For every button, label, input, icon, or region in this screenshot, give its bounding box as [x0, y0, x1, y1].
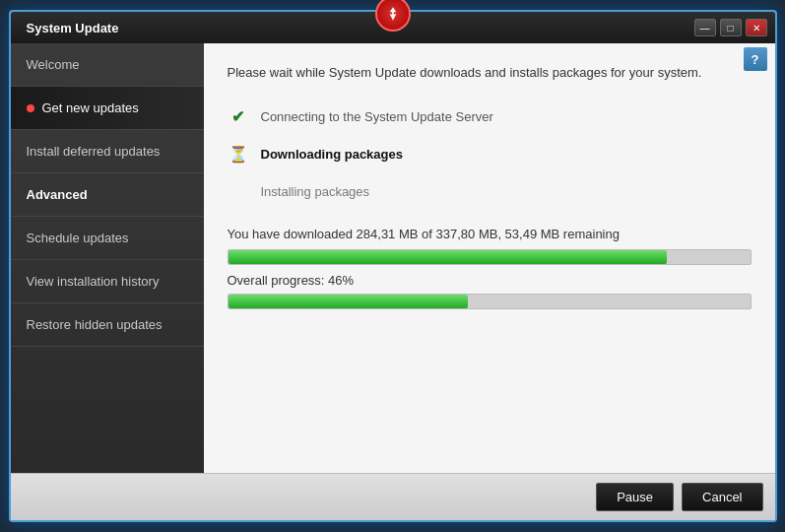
sidebar-item-label: Schedule updates: [27, 231, 129, 245]
title-bar: System Update — □ ✕: [11, 12, 775, 43]
close-button[interactable]: ✕: [746, 19, 767, 36]
main-content: ? Please wait while System Update downlo…: [204, 43, 775, 473]
window-controls: — □ ✕: [694, 19, 767, 36]
pending-icon: [228, 181, 249, 203]
cancel-button[interactable]: Cancel: [682, 483, 762, 511]
sidebar-item-install-deferred[interactable]: Install deferred updates: [11, 130, 204, 173]
hourglass-icon: ⏳: [228, 144, 249, 166]
download-info-text: You have downloaded 284,31 MB of 337,80 …: [228, 227, 752, 241]
checkmark-icon: ✔: [228, 106, 249, 128]
sidebar-item-schedule-updates[interactable]: Schedule updates: [11, 217, 204, 260]
sidebar-item-restore-hidden[interactable]: Restore hidden updates: [11, 303, 204, 347]
window-body: Welcome Get new updates Install deferred…: [11, 43, 775, 473]
download-progress-fill: [229, 250, 667, 264]
info-text: Please wait while System Update download…: [228, 63, 752, 83]
help-button[interactable]: ?: [744, 47, 767, 71]
sidebar-item-label: View installation history: [27, 274, 160, 289]
app-logo-icon: [375, 0, 411, 32]
section-label: Advanced: [27, 187, 88, 202]
maximize-button[interactable]: □: [720, 19, 742, 36]
sidebar-item-label: Welcome: [27, 57, 80, 72]
sidebar-item-label: Restore hidden updates: [27, 317, 163, 332]
minimize-button[interactable]: —: [694, 19, 716, 36]
step-label: Downloading packages: [261, 147, 403, 162]
overall-progress-fill: [229, 295, 469, 308]
sidebar: Welcome Get new updates Install deferred…: [11, 43, 204, 473]
sidebar-item-label: Install deferred updates: [27, 144, 161, 159]
overall-progress-label: Overall progress: 46%: [228, 273, 752, 288]
step-list: ✔ Connecting to the System Update Server…: [228, 106, 752, 203]
sidebar-item-label: Get new updates: [42, 100, 139, 115]
step-install: Installing packages: [228, 181, 752, 203]
window-title: System Update: [27, 21, 119, 35]
sidebar-section-advanced: Advanced: [11, 173, 204, 217]
system-update-window: System Update — □ ✕ Welcome Get new upda…: [9, 10, 777, 522]
sidebar-item-get-new-updates[interactable]: Get new updates: [11, 87, 204, 130]
footer: Pause Cancel: [11, 473, 775, 520]
pause-button[interactable]: Pause: [596, 483, 674, 511]
overall-progress-bar: [228, 294, 752, 309]
step-label: Installing packages: [261, 184, 370, 199]
active-indicator: [27, 104, 34, 112]
sidebar-item-welcome[interactable]: Welcome: [11, 43, 204, 87]
step-label: Connecting to the System Update Server: [261, 109, 493, 124]
step-connect: ✔ Connecting to the System Update Server: [228, 106, 752, 128]
download-progress-bar: [228, 249, 752, 265]
sidebar-item-view-history[interactable]: View installation history: [11, 260, 204, 303]
step-download: ⏳ Downloading packages: [228, 144, 752, 166]
